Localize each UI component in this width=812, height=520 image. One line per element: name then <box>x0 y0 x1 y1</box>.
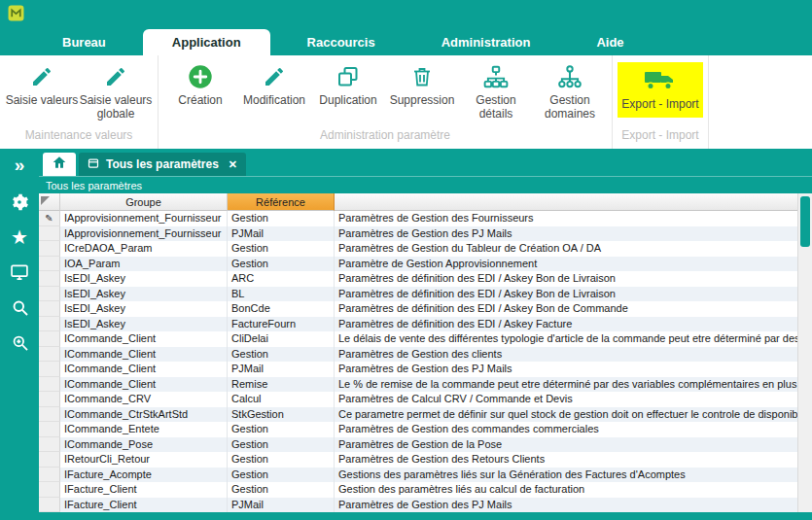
row-description-cell: Paramètres de Gestion des Retours Client… <box>335 452 797 468</box>
row-selector-cell[interactable] <box>39 317 60 332</box>
table-row[interactable]: ICommande_Client Remise Le % de remise d… <box>39 377 797 393</box>
row-selector-cell[interactable] <box>39 241 60 257</box>
row-description-cell: Paramètres de Gestion des clients <box>335 347 797 363</box>
table-header-row: Groupe Référence <box>39 193 797 211</box>
table-row[interactable]: IApprovisionnement_Fournisseur PJMail Pa… <box>39 226 797 242</box>
row-description-cell: Paramètres de Gestion des PJ Mails <box>335 226 797 242</box>
row-description-cell: Paramètres de définition des EDI / Askey… <box>335 301 797 317</box>
row-group-cell: ICreDAOA_Param <box>60 241 228 257</box>
row-group-cell: IApprovisionnement_Fournisseur <box>60 226 228 242</box>
ribbon-group-export-import: Export - Import Export - Import <box>613 55 709 149</box>
row-selector-cell[interactable] <box>39 271 60 287</box>
table-row[interactable]: IsEDI_Askey ARC Paramètres de définition… <box>39 271 797 287</box>
table-row[interactable]: ICommande_Entete Gestion Paramètres de G… <box>39 422 797 437</box>
row-description-cell: Paramètre de Gestion Approvisionnement <box>335 257 797 272</box>
row-selector-cell[interactable] <box>39 468 60 483</box>
favorites-star-icon[interactable]: ★ <box>7 225 32 250</box>
button-label: Création <box>178 94 222 108</box>
table-row[interactable]: ICreDAOA_Param Gestion Paramètres de Ges… <box>39 241 797 257</box>
app-logo-icon[interactable] <box>8 5 24 25</box>
monitor-icon[interactable] <box>7 260 32 285</box>
plus-circle-icon <box>187 62 214 91</box>
row-selector-cell[interactable] <box>39 407 60 423</box>
table-row[interactable]: ICommande_CRV Calcul Paramètres de Calcu… <box>39 392 797 407</box>
row-selector-cell[interactable] <box>39 482 60 498</box>
expand-chevrons-icon[interactable]: » <box>7 153 32 178</box>
row-group-cell: IFacture_Client <box>60 498 228 513</box>
table-row[interactable]: IFacture_Client Gestion Gestion des para… <box>39 482 797 498</box>
row-group-cell: IsEDI_Askey <box>60 271 228 287</box>
gestion-domaines-button[interactable]: Gestion domaines <box>533 62 607 121</box>
row-reference-cell: Gestion <box>228 257 335 272</box>
menu-tab-aide[interactable]: Aide <box>567 29 653 55</box>
creation-button[interactable]: Création <box>163 62 237 108</box>
saisie-valeurs-button[interactable]: Saisie valeurs <box>5 62 79 108</box>
row-description-cell: Paramètres de Gestion des commandes comm… <box>335 422 797 437</box>
row-description-cell: Gestions des paramètres liés sur la Géné… <box>335 468 797 483</box>
row-selector-cell[interactable] <box>39 347 60 363</box>
ribbon-group-administration-parametre: Création Modification Duplication <box>159 55 613 149</box>
table-row[interactable]: IOA_Param Gestion Paramètre de Gestion A… <box>39 257 797 272</box>
table-row[interactable]: ICommande_Client CliDelai Le délais de v… <box>39 331 797 347</box>
vertical-scrollbar[interactable] <box>797 193 812 512</box>
row-reference-cell: Gestion <box>228 452 335 468</box>
row-reference-cell: Calcul <box>228 392 335 407</box>
scrollbar-thumb[interactable] <box>800 196 810 247</box>
search-icon[interactable] <box>7 295 32 320</box>
settings-gear-icon[interactable] <box>7 190 32 215</box>
table-row[interactable]: IRetourCli_Retour Gestion Paramètres de … <box>39 452 797 468</box>
header-groupe[interactable]: Groupe <box>60 193 228 211</box>
pencil-icon <box>30 62 53 91</box>
header-description[interactable] <box>335 193 797 211</box>
table-row[interactable]: IsEDI_Askey BL Paramètres de définition … <box>39 287 797 302</box>
table-row[interactable]: IFacture_Client PJMail Paramètres de Ges… <box>39 498 797 513</box>
row-reference-cell: Gestion <box>228 211 335 226</box>
home-tab[interactable] <box>43 153 76 176</box>
row-selector-cell[interactable] <box>39 498 60 513</box>
modification-button[interactable]: Modification <box>237 62 311 108</box>
menu-tab-application[interactable]: Application <box>143 29 270 55</box>
row-selector-cell[interactable] <box>39 257 60 272</box>
row-selector-cell[interactable] <box>39 422 60 437</box>
row-description-cell: Gestion des paramètres liés au calcul de… <box>335 482 797 498</box>
status-footer <box>39 512 812 520</box>
row-selector-cell[interactable] <box>39 331 60 347</box>
table-row[interactable]: ICommande_Pose Gestion Paramètres de Ges… <box>39 437 797 453</box>
row-selector-cell[interactable] <box>39 301 60 317</box>
export-import-button[interactable]: Export - Import <box>618 62 703 118</box>
row-selector-cell[interactable]: ✎ <box>39 211 60 226</box>
gestion-details-button[interactable]: Gestion détails <box>459 62 533 121</box>
table-row[interactable]: IsEDI_Askey BonCde Paramètres de définit… <box>39 301 797 317</box>
ribbon-toolbar: Saisie valeurs Saisie valeurs globale Ma… <box>0 55 812 149</box>
header-reference[interactable]: Référence <box>228 193 335 211</box>
row-reference-cell: FactureFourn <box>228 317 335 332</box>
row-selector-cell[interactable] <box>39 392 60 407</box>
row-selector-cell[interactable] <box>39 377 60 393</box>
suppression-button[interactable]: Suppression <box>385 62 459 108</box>
header-selector-cell[interactable] <box>39 193 60 211</box>
trash-icon <box>410 62 434 91</box>
row-selector-cell[interactable] <box>39 452 60 468</box>
close-tab-icon[interactable]: ✕ <box>229 158 237 171</box>
menu-tab-raccourcis[interactable]: Raccourcis <box>278 29 405 55</box>
table-row[interactable]: IFacture_Acompte Gestion Gestions des pa… <box>39 468 797 483</box>
saisie-valeurs-globale-button[interactable]: Saisie valeurs globale <box>79 62 153 121</box>
row-reference-cell: PJMail <box>228 226 335 242</box>
menu-tab-bureau[interactable]: Bureau <box>33 29 135 55</box>
table-row[interactable]: ICommande_Client PJMail Paramètres de Ge… <box>39 362 797 377</box>
row-selector-cell[interactable] <box>39 362 60 377</box>
row-group-cell: ICommande_Pose <box>60 437 228 453</box>
button-label: Saisie valeurs <box>6 94 79 108</box>
tab-tous-les-parametres[interactable]: Tous les paramètres ✕ <box>79 153 246 176</box>
table-row[interactable]: ICommande_Client Gestion Paramètres de G… <box>39 347 797 363</box>
duplication-button[interactable]: Duplication <box>311 62 385 108</box>
row-selector-cell[interactable] <box>39 437 60 453</box>
table-row[interactable]: ICommande_CtrStkArtStd StkGestion Ce par… <box>39 407 797 423</box>
menu-tab-administration[interactable]: Administration <box>412 29 560 55</box>
search-plus-icon[interactable] <box>7 329 32 355</box>
row-selector-cell[interactable] <box>39 287 60 302</box>
table-row[interactable]: IsEDI_Askey FactureFourn Paramètres de d… <box>39 317 797 332</box>
org-chart-icon <box>483 62 509 91</box>
table-row[interactable]: ✎ IApprovisionnement_Fournisseur Gestion… <box>39 211 797 226</box>
row-selector-cell[interactable] <box>39 226 60 242</box>
